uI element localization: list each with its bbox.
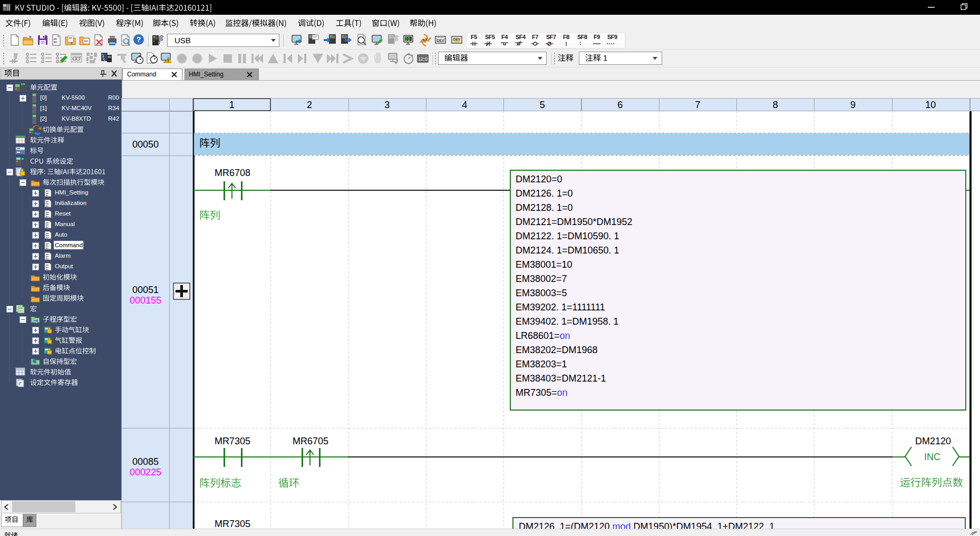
svg-text:DEV: DEV bbox=[437, 38, 444, 42]
svg-text:DEV: DEV bbox=[453, 37, 461, 41]
svg-text:12:0: 12:0 bbox=[418, 56, 428, 62]
svg-text:F: F bbox=[19, 381, 22, 386]
svg-text:?: ? bbox=[137, 35, 141, 44]
